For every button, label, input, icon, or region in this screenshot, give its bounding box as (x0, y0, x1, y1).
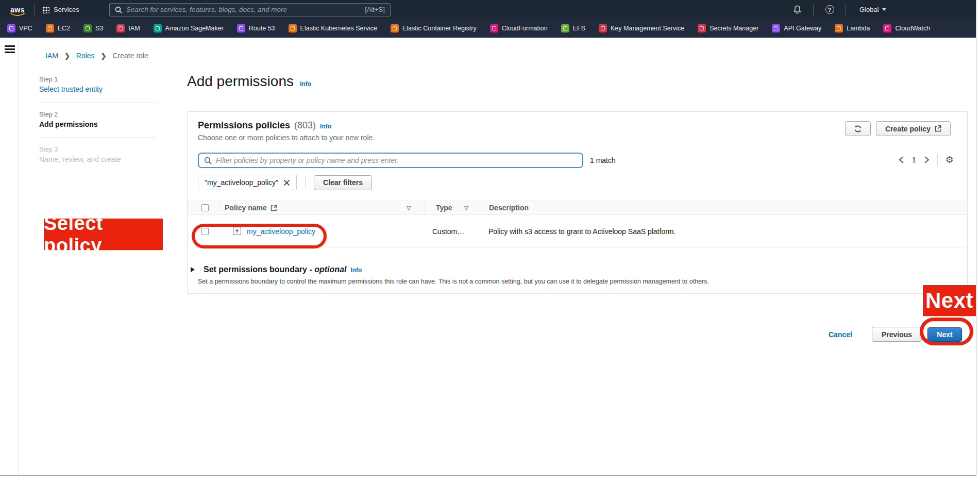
favorite-service-label: API Gateway (784, 25, 821, 32)
region-label: Global (859, 6, 879, 13)
service-icon (391, 24, 399, 32)
breadcrumb-iam[interactable]: IAM (45, 52, 58, 60)
external-link-icon[interactable] (271, 205, 277, 211)
panel-info-link[interactable]: Info (320, 123, 331, 130)
favorite-service-link[interactable]: API Gateway (772, 24, 821, 32)
sort-icon[interactable]: ▽ (407, 205, 411, 211)
filter-chip: "my_activeloop_policy" (198, 175, 297, 190)
favorite-service-link[interactable]: Key Management Service (599, 24, 684, 32)
step-1-link[interactable]: Select trusted entity (39, 85, 157, 93)
window-bottom-border (0, 475, 976, 476)
favorite-service-link[interactable]: Secrets Manager (698, 24, 758, 32)
previous-button[interactable]: Previous (872, 327, 922, 342)
favorite-service-link[interactable]: CloudFormation (490, 24, 548, 32)
create-policy-button[interactable]: Create policy (876, 121, 951, 136)
favorite-service-label: IAM (128, 25, 140, 32)
page-info-link[interactable]: Info (300, 80, 311, 88)
favorite-service-link[interactable]: Amazon SageMaker (154, 24, 224, 32)
filter-chip-row: "my_activeloop_policy" Clear filters (198, 175, 372, 190)
favorite-service-label: Elastic Kubernetes Service (300, 25, 377, 32)
services-grid-icon (42, 6, 49, 13)
topbar-divider (846, 4, 846, 15)
region-selector[interactable]: Global (859, 6, 886, 13)
favorite-service-label: CloudWatch (895, 25, 930, 32)
notifications-bell-icon[interactable] (788, 5, 806, 14)
match-count: 1 match (590, 156, 616, 164)
help-icon[interactable]: ? (821, 5, 838, 14)
service-icon (698, 24, 706, 32)
top-navigation-bar: aws Services Search for services, featur… (0, 0, 976, 19)
page-number[interactable]: 1 (912, 156, 916, 164)
boundary-optional-label: optional (314, 265, 346, 274)
service-icon (7, 24, 15, 32)
favorite-service-link[interactable]: Elastic Kubernetes Service (289, 24, 377, 32)
chevron-down-icon (882, 8, 886, 11)
service-icon (599, 24, 607, 32)
favorite-service-link[interactable]: CloudWatch (883, 24, 930, 32)
external-link-icon (935, 125, 941, 132)
policy-row-highlight (192, 224, 327, 248)
description-header-label: Description (489, 204, 529, 212)
step-divider (39, 137, 157, 138)
aws-logo[interactable]: aws (8, 5, 27, 14)
filter-chip-label: "my_activeloop_policy" (205, 178, 278, 187)
services-menu[interactable]: Services (42, 6, 79, 13)
refresh-icon (854, 125, 862, 133)
remove-filter-icon[interactable] (283, 179, 290, 186)
type-header-label: Type (436, 204, 452, 212)
breadcrumb-current: Create role (113, 52, 148, 60)
favorite-service-label: CloudFormation (502, 25, 548, 32)
description-header: Description (489, 204, 529, 212)
step-3-label: Name, review, and create (39, 155, 157, 163)
menu-icon[interactable] (5, 45, 15, 55)
favorite-service-link[interactable]: Lambda (835, 24, 870, 32)
policies-table-header: Policy name ▽ Type ▽ Description (188, 201, 967, 215)
service-icon (116, 24, 125, 32)
previous-page-icon[interactable] (899, 156, 904, 164)
panel-title-row: Permissions policies (803) Info (198, 120, 331, 131)
favorite-service-link[interactable]: Elastic Container Registry (391, 24, 477, 32)
service-icon (46, 24, 54, 32)
favorite-service-link[interactable]: EC2 (46, 24, 70, 32)
favorite-service-link[interactable]: VPC (7, 24, 32, 32)
favorites-bar: VPC EC2 S3 IAM Amazon SageMaker Route 53… (0, 19, 976, 38)
sort-icon[interactable]: ▽ (464, 205, 468, 211)
pager-divider (937, 154, 938, 165)
policy-filter-input[interactable]: Filter policies by property or policy na… (198, 153, 583, 168)
select-all-checkbox[interactable] (201, 204, 209, 211)
refresh-button[interactable] (845, 121, 871, 136)
step-2-label: Add permissions (39, 120, 157, 128)
panel-count: (803) (294, 120, 316, 131)
breadcrumb-roles[interactable]: Roles (76, 52, 95, 60)
create-policy-label: Create policy (885, 125, 931, 133)
step-1: Step 1 Select trusted entity (39, 76, 157, 93)
breadcrumb-separator-icon: ❯ (64, 52, 70, 60)
step-1-number: Step 1 (39, 76, 157, 83)
service-icon (490, 24, 498, 32)
search-shortcut: [Alt+S] (365, 6, 385, 13)
pagination: 1 ⚙ (899, 154, 954, 165)
global-search-input[interactable]: Search for services, features, blogs, do… (109, 3, 391, 16)
service-icon (835, 24, 843, 32)
favorite-service-link[interactable]: Route 53 (237, 24, 275, 32)
boundary-header[interactable]: Set permissions boundary - optional Info (191, 265, 709, 274)
settings-gear-icon[interactable]: ⚙ (945, 155, 954, 164)
service-icon (772, 24, 780, 32)
cancel-button[interactable]: Cancel (829, 330, 852, 339)
favorite-service-link[interactable]: EFS (561, 24, 585, 32)
favorite-service-link[interactable]: S3 (83, 24, 103, 32)
permissions-boundary-section: Set permissions boundary - optional Info… (191, 265, 709, 285)
step-2-number: Step 2 (39, 111, 157, 118)
boundary-info-link[interactable]: Info (350, 267, 362, 274)
search-icon (204, 157, 212, 164)
favorite-service-link[interactable]: IAM (116, 24, 140, 32)
column-divider (479, 203, 479, 213)
favorite-service-label: VPC (19, 25, 32, 32)
favorite-service-label: Amazon SageMaker (165, 25, 224, 32)
policy-type-cell: Custom… (432, 227, 464, 236)
topbar-right-group: ? Global (788, 0, 886, 19)
clear-filters-button[interactable]: Clear filters (314, 175, 372, 190)
next-page-icon[interactable] (924, 156, 930, 164)
step-2: Step 2 Add permissions (39, 111, 157, 128)
breadcrumb: IAM ❯ Roles ❯ Create role (45, 52, 148, 60)
